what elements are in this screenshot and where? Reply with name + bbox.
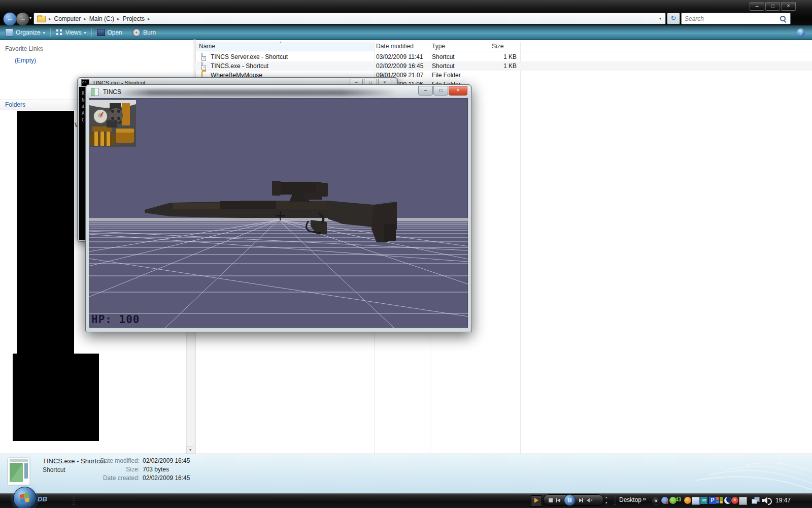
list-header: Name ▴ Date modified Type Size bbox=[195, 42, 812, 51]
gray-app-tray-icon[interactable] bbox=[739, 497, 747, 505]
column-header-date[interactable]: Date modified bbox=[376, 43, 414, 50]
column-header-size[interactable]: Size bbox=[492, 43, 503, 50]
search-box bbox=[681, 13, 791, 24]
steam-tray-icon[interactable] bbox=[652, 497, 660, 505]
explorer-title-bar: – □ × ← → ▾ ▸ Computer ▸ Main (C:) ▸ Pro… bbox=[0, 0, 812, 25]
start-button[interactable] bbox=[13, 487, 37, 508]
shortcut-exe-icon: ↗ bbox=[201, 62, 202, 70]
windows-logo-icon bbox=[20, 493, 29, 503]
burn-label: Burn bbox=[143, 29, 156, 36]
next-button[interactable] bbox=[579, 498, 583, 502]
burn-button[interactable]: Burn bbox=[127, 25, 161, 40]
file-name: TINCS Server.exe - Shortcut bbox=[211, 53, 288, 60]
desktop-toolbar-label[interactable]: Desktop bbox=[619, 496, 641, 503]
views-button[interactable]: Views ▾ bbox=[51, 25, 91, 40]
views-label: Views bbox=[65, 29, 82, 36]
breadcrumb-separator: ▸ bbox=[114, 16, 123, 21]
details-label: Date modified: bbox=[79, 457, 140, 464]
console-text: R bbox=[82, 91, 84, 96]
refresh-button[interactable]: ↻ bbox=[667, 13, 680, 24]
breadcrumb-main-c[interactable]: Main (C:) bbox=[89, 15, 114, 22]
game-app-icon bbox=[91, 88, 99, 96]
details-label: Date created: bbox=[79, 474, 140, 482]
game-window[interactable]: TINCS – □ × bbox=[85, 84, 472, 332]
breadcrumb-computer[interactable]: Computer bbox=[54, 15, 81, 22]
redacted-block bbox=[13, 354, 99, 441]
breadcrumb-separator: ▸ bbox=[46, 16, 54, 21]
favorite-links-empty: (Empty) bbox=[15, 57, 36, 64]
breadcrumb: ▸ Computer ▸ Main (C:) ▸ Projects ▸ ▾ bbox=[33, 13, 666, 24]
address-dropdown-icon[interactable]: ▾ bbox=[659, 16, 661, 21]
taskbar-grip[interactable] bbox=[614, 496, 616, 505]
stop-button[interactable] bbox=[549, 498, 553, 502]
game-viewport[interactable]: HP: 100 bbox=[89, 98, 468, 328]
file-type: File Folder bbox=[432, 72, 461, 79]
media-controls: ▾ bbox=[543, 494, 604, 506]
back-button[interactable]: ← bbox=[3, 12, 17, 26]
file-preview-icon bbox=[7, 457, 30, 486]
breadcrumb-separator: ▸ bbox=[145, 16, 153, 21]
coretemp-tray-icon[interactable]: 43 bbox=[675, 497, 681, 502]
p-app-tray-icon[interactable]: P bbox=[709, 497, 716, 504]
column-header-name[interactable]: Name bbox=[199, 43, 215, 50]
organize-label: Organize bbox=[16, 29, 41, 36]
messenger-tray-icon[interactable] bbox=[661, 497, 668, 504]
aurora-decoration bbox=[634, 454, 812, 493]
forward-button[interactable]: → bbox=[16, 12, 29, 26]
toolbar-resize-controls[interactable]: ▴ ▾ bbox=[605, 495, 607, 505]
search-input[interactable] bbox=[682, 15, 780, 23]
3d-scene bbox=[89, 98, 468, 328]
open-button[interactable]: Open bbox=[92, 25, 127, 40]
column-header-type[interactable]: Type bbox=[432, 43, 445, 50]
close-button[interactable]: × bbox=[449, 86, 467, 96]
help-icon[interactable]: ? bbox=[797, 28, 805, 37]
search-icon[interactable] bbox=[780, 16, 786, 21]
column-divider bbox=[491, 42, 491, 454]
clock[interactable]: 19:47 bbox=[775, 497, 791, 504]
maximize-button[interactable]: □ bbox=[433, 86, 448, 96]
table-row[interactable]: ↗ TINCS Server.exe - Shortcut 03/02/2009… bbox=[195, 52, 812, 61]
open-label: Open bbox=[108, 29, 122, 36]
file-name: TINCS.exe - Shortcut bbox=[211, 62, 268, 70]
file-date: 02/02/2009 16:45 bbox=[376, 62, 423, 70]
details-value: 02/02/2009 16:45 bbox=[143, 474, 190, 482]
file-type: Shortcut bbox=[432, 53, 455, 60]
texture-thumbnail bbox=[89, 100, 136, 147]
media-player-icon[interactable] bbox=[531, 495, 542, 506]
organize-button[interactable]: Organize ▾ bbox=[0, 25, 50, 40]
nav-history-dropdown[interactable]: ▾ bbox=[29, 16, 31, 20]
taskbar-grip[interactable] bbox=[73, 496, 75, 505]
previous-button[interactable] bbox=[556, 498, 560, 502]
open-icon bbox=[97, 29, 105, 36]
chevron-down-icon: ▾ bbox=[43, 30, 45, 35]
file-size: 1 KB bbox=[491, 53, 517, 60]
address-folder-icon bbox=[37, 16, 46, 22]
game-title-bar[interactable]: TINCS – □ × bbox=[87, 85, 470, 98]
console-text: 4 bbox=[82, 104, 84, 109]
taskbar-grip[interactable] bbox=[29, 496, 31, 505]
file-size: 1 KB bbox=[491, 62, 517, 70]
breadcrumb-projects[interactable]: Projects bbox=[123, 15, 145, 22]
gear-tray-icon[interactable] bbox=[684, 497, 691, 504]
chevron-down-icon: ▾ bbox=[591, 498, 593, 502]
milkshape-3d-tray-icon[interactable]: 3D bbox=[700, 497, 707, 504]
window-tray-icon[interactable] bbox=[692, 497, 700, 505]
minimize-button[interactable]: – bbox=[750, 2, 764, 11]
security-alert-tray-icon[interactable]: × bbox=[731, 497, 738, 504]
volume-button[interactable]: ▾ bbox=[587, 498, 593, 502]
minimize-button[interactable]: – bbox=[418, 86, 433, 96]
console-text: N bbox=[82, 98, 84, 103]
name-column-highlight bbox=[196, 42, 374, 51]
titlebar-reflection bbox=[117, 89, 397, 96]
network-tray-icon[interactable] bbox=[752, 497, 760, 504]
maximize-button[interactable]: □ bbox=[765, 2, 780, 11]
close-button[interactable]: × bbox=[781, 2, 796, 11]
pause-button[interactable] bbox=[564, 494, 576, 506]
details-value: 703 bytes bbox=[143, 466, 169, 473]
windows-colors-tray-icon[interactable] bbox=[716, 497, 723, 504]
moon-tray-icon[interactable] bbox=[724, 497, 731, 504]
table-row[interactable]: ↗ TINCS.exe - Shortcut 02/02/2009 16:45 … bbox=[195, 61, 812, 71]
toolbar-chevron-icon[interactable]: » bbox=[642, 495, 646, 502]
file-date: 03/02/2009 11:41 bbox=[376, 53, 423, 60]
quick-launch-db-icon[interactable]: DB bbox=[38, 495, 47, 503]
